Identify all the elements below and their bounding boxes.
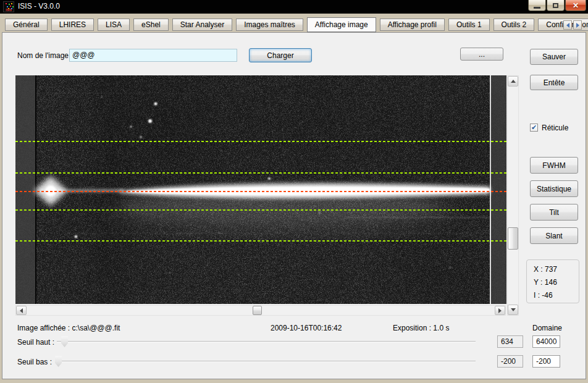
reticle-green-line-3 — [15, 209, 506, 211]
chevron-left-icon — [566, 23, 569, 28]
tab-outils-2[interactable]: Outils 2 — [494, 19, 535, 31]
reticle-green-line-1 — [15, 141, 506, 142]
cursor-i-value: I : -46 — [534, 289, 579, 302]
reticule-label: Réticule — [542, 124, 568, 132]
reticle-red-line — [15, 191, 506, 192]
app-icon: ISIS — [3, 1, 14, 12]
vertical-scrollbar[interactable] — [507, 75, 519, 316]
tab-scroll-right-button[interactable] — [573, 20, 582, 30]
reticle-green-line-4 — [15, 240, 506, 242]
horizontal-scrollbar[interactable] — [15, 305, 506, 316]
scroll-up-button[interactable] — [508, 76, 518, 86]
scroll-left-button[interactable] — [16, 306, 27, 315]
tab-lhires[interactable]: LHIRES — [51, 19, 94, 31]
maximize-button[interactable] — [547, 0, 565, 11]
check-icon: ✔ — [531, 124, 537, 132]
arrow-down-icon — [511, 308, 516, 311]
reticule-checkbox[interactable]: ✔ — [530, 124, 538, 132]
slant-button[interactable]: Slant — [530, 227, 578, 244]
image-name-input[interactable]: @@@ — [69, 49, 237, 62]
seuil-haut-slider-track[interactable] — [57, 341, 476, 342]
chevron-right-icon — [576, 23, 579, 28]
seuil-bas-value[interactable]: -200 — [497, 355, 523, 368]
exposure-text: Exposition : 1.0 s — [393, 324, 449, 332]
tab-affichage-profil[interactable]: Affichage profil — [380, 19, 445, 31]
seuil-bas-slider-track[interactable] — [57, 361, 476, 362]
spectrum-image[interactable] — [15, 75, 506, 304]
domaine-label: Domaine — [532, 324, 562, 332]
statistique-button[interactable]: Statistique — [530, 180, 578, 197]
timestamp-text: 2009-10-16T00:16:42 — [271, 324, 342, 332]
close-icon: ✕ — [573, 1, 579, 10]
charger-button[interactable]: Charger — [249, 48, 312, 62]
window-title: ISIS - V3.0.0 — [18, 2, 60, 11]
tab-images-maitres[interactable]: Images maîtres — [236, 19, 303, 31]
image-name-label: Nom de l'image : — [17, 51, 73, 60]
minimize-icon — [534, 7, 540, 9]
scroll-right-button[interactable] — [495, 306, 505, 315]
tab-lisa[interactable]: LISA — [98, 19, 130, 31]
scroll-down-button[interactable] — [508, 305, 518, 315]
arrow-left-icon — [20, 308, 23, 313]
tab-scroll-left-button[interactable] — [563, 20, 572, 30]
domaine-bas-value[interactable]: -200 — [532, 355, 560, 368]
horizontal-scrollbar-thumb[interactable] — [253, 306, 262, 315]
tab-star-analyser[interactable]: Star Analyser — [172, 19, 232, 31]
tab-general[interactable]: Général — [5, 19, 48, 31]
seuil-haut-label: Seuil haut : — [17, 338, 54, 347]
domaine-haut-value[interactable]: 64000 — [532, 335, 560, 348]
tab-eshel[interactable]: eShel — [133, 19, 169, 31]
seuil-bas-label: Seuil bas : — [17, 358, 52, 366]
minimize-button[interactable] — [528, 0, 546, 11]
fwhm-button[interactable]: FWHM — [530, 157, 578, 174]
arrow-right-icon — [498, 308, 502, 313]
vertical-scrollbar-thumb[interactable] — [508, 227, 518, 250]
cursor-info-box: X : 737 Y : 146 I : -46 — [526, 259, 579, 303]
image-path-text: Image affichée : c:\sa\@@@.fit — [17, 324, 120, 332]
tab-outils-1[interactable]: Outils 1 — [448, 19, 490, 31]
cursor-x-value: X : 737 — [534, 263, 579, 276]
reticle-green-line-2 — [15, 172, 506, 174]
entete-button[interactable]: Entête — [530, 75, 578, 90]
close-button[interactable]: ✕ — [565, 0, 586, 11]
sauver-button[interactable]: Sauver — [530, 49, 578, 65]
cursor-y-value: Y : 146 — [534, 276, 579, 289]
browse-button[interactable]: ... — [460, 48, 503, 61]
image-viewport — [15, 75, 506, 304]
app-window: ISIS ISIS - V3.0.0 ✕ GénéralLHIRESLISAeS… — [0, 0, 588, 383]
tilt-button[interactable]: Tilt — [530, 204, 578, 221]
titlebar: ISIS ISIS - V3.0.0 — [0, 0, 588, 14]
tab-bar: GénéralLHIRESLISAeShelStar AnalyserImage… — [5, 17, 588, 32]
tab-affichage-image[interactable]: Affichage image — [307, 17, 376, 32]
arrow-up-icon — [511, 80, 516, 83]
seuil-haut-value[interactable]: 634 — [497, 335, 523, 348]
maximize-icon — [553, 3, 558, 8]
